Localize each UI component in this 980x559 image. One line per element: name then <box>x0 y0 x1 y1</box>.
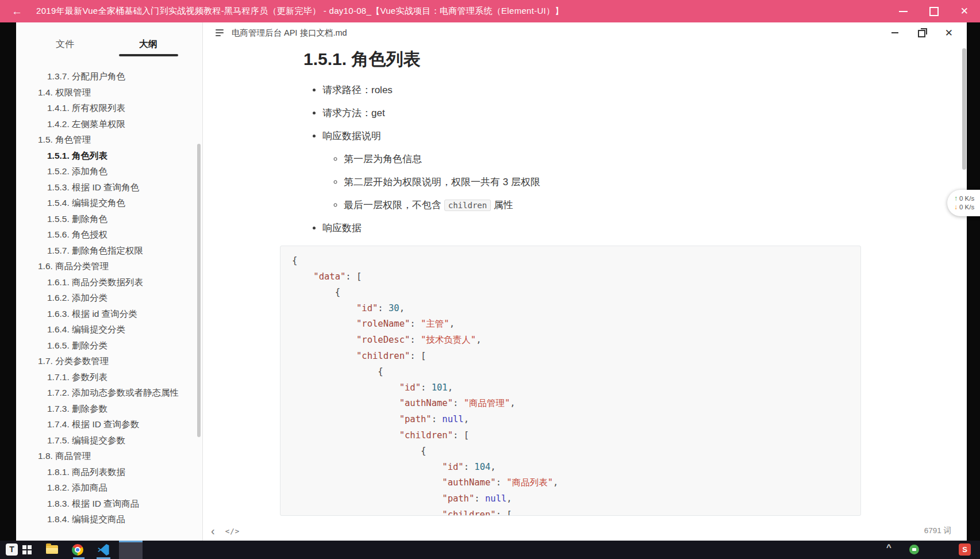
code-line: { <box>292 253 849 269</box>
code-line: { <box>292 285 849 301</box>
code-line: "id": 104, <box>292 460 849 476</box>
outline-item[interactable]: 1.8.3. 根据 ID 查询商品 <box>16 496 202 512</box>
sub-bullet-list: 第一层为角色信息 第二层开始为权限说明，权限一共有 3 层权限 最后一层权限，不… <box>322 154 967 211</box>
sidebar-tab-files[interactable]: 文件 <box>36 39 94 51</box>
content-scrollbar[interactable] <box>962 48 966 170</box>
code-line: "children": [ <box>292 507 849 516</box>
active-app-highlight <box>119 541 143 559</box>
code-line: "data": [ <box>292 269 849 285</box>
code-line: "children": [ <box>292 349 849 365</box>
download-speed: 0 K/s <box>959 203 974 212</box>
outline-item[interactable]: 1.5.7. 删除角色指定权限 <box>16 243 202 259</box>
code-line: "authName": "商品列表", <box>292 475 849 491</box>
page-title: 1.5.1. 角色列表 <box>303 49 967 70</box>
running-indicator <box>119 541 143 542</box>
code-line: { <box>292 364 849 380</box>
code-line: "id": 30, <box>292 301 849 317</box>
code-line: "path": null, <box>292 412 849 428</box>
typora-icon[interactable]: T <box>6 543 18 556</box>
vscode-icon[interactable] <box>97 543 110 558</box>
markdown-editor-window: 文件 大纲 1.3.7. 分配用户角色1.4. 权限管理1.4.1. 所有权限列… <box>16 22 967 541</box>
outline-item[interactable]: 1.5.3. 根据 ID 查询角色 <box>16 179 202 196</box>
file-explorer-icon[interactable] <box>46 545 58 554</box>
outline-item[interactable]: 1.4.2. 左侧菜单权限 <box>16 116 202 132</box>
outline-item[interactable]: 1.4.1. 所有权限列表 <box>16 100 202 116</box>
maximize-icon[interactable] <box>929 7 939 16</box>
outline-item[interactable]: 1.7.4. 根据 ID 查询参数 <box>16 416 202 432</box>
outline-list: 1.3.7. 分配用户角色1.4. 权限管理1.4.1. 所有权限列表1.4.2… <box>16 68 202 527</box>
list-item: 请求路径：roles <box>322 85 967 96</box>
list-item: 第一层为角色信息 <box>344 154 967 165</box>
outline-item[interactable]: 1.6.1. 商品分类数据列表 <box>16 274 202 290</box>
start-button[interactable] <box>22 545 32 554</box>
document-filename: 电商管理后台 API 接口文档.md <box>232 28 347 39</box>
sidebar-toggle-icon[interactable] <box>216 29 224 36</box>
video-player-titlebar: ← 2019年最新Vue全家桶基础入门到实战视频教程-黑马程序员（更新完毕） -… <box>0 0 980 22</box>
editor-footer: ‹ </> 6791 词 <box>203 521 967 541</box>
list-item: 响应数据说明 第一层为角色信息 第二层开始为权限说明，权限一共有 3 层权限 最… <box>322 131 967 211</box>
source-code-mode-icon[interactable]: </> <box>225 527 240 535</box>
desktop-background: 文件 大纲 1.3.7. 分配用户角色1.4. 权限管理1.4.1. 所有权限列… <box>0 22 980 541</box>
outline-item[interactable]: 1.4. 权限管理 <box>16 85 202 101</box>
sidebar-tab-outline[interactable]: 大纲 <box>120 39 177 51</box>
code-line: "children": [ <box>292 428 849 444</box>
sidebar: 文件 大纲 1.3.7. 分配用户角色1.4. 权限管理1.4.1. 所有权限列… <box>16 22 203 541</box>
sidebar-scrollbar[interactable] <box>197 144 201 437</box>
list-item: 第二层开始为权限说明，权限一共有 3 层权限 <box>344 177 967 188</box>
outline-item[interactable]: 1.5.5. 删除角色 <box>16 211 202 227</box>
list-item: 最后一层权限，不包含 children 属性 <box>344 200 967 211</box>
tray-expand-icon[interactable]: ^ <box>886 542 891 552</box>
code-block-pre: { "data": [ { "id": 30, "roleName": "主管"… <box>280 246 861 516</box>
outline-item[interactable]: 1.6.3. 根据 id 查询分类 <box>16 306 202 322</box>
editor-tabbar: 电商管理后台 API 接口文档.md ✕ <box>203 22 967 43</box>
document-area: 1.5.1. 角色列表 请求路径：roles 请求方法：get 响应数据说明 第… <box>203 43 967 521</box>
outline-item[interactable]: 1.5.4. 编辑提交角色 <box>16 195 202 211</box>
outline-item[interactable]: 1.8.1. 商品列表数据 <box>16 464 202 480</box>
outline-item[interactable]: 1.7. 分类参数管理 <box>16 353 202 369</box>
outline-item[interactable]: 1.6.2. 添加分类 <box>16 290 202 306</box>
bullet-list: 请求路径：roles 请求方法：get 响应数据说明 第一层为角色信息 第二层开… <box>203 85 967 234</box>
upload-speed: 0 K/s <box>959 194 974 203</box>
video-window-title: 2019年最新Vue全家桶基础入门到实战视频教程-黑马程序员（更新完毕） - d… <box>36 6 564 17</box>
taskbar: T ^ S <box>0 541 980 559</box>
outline-item[interactable]: 1.6.5. 删除分类 <box>16 338 202 354</box>
chevron-left-icon[interactable]: ‹ <box>211 525 215 537</box>
tray-app-icon[interactable]: S <box>959 543 971 556</box>
window-minimize-icon[interactable] <box>891 32 898 33</box>
window-close-icon[interactable]: ✕ <box>945 28 953 38</box>
outline-item[interactable]: 1.8.4. 编辑提交商品 <box>16 511 202 527</box>
outline-item[interactable]: 1.8.2. 添加商品 <box>16 480 202 496</box>
outline-item[interactable]: 1.6. 商品分类管理 <box>16 258 202 274</box>
list-item: 响应数据 <box>322 223 967 234</box>
chrome-icon[interactable] <box>72 544 83 556</box>
back-arrow-icon[interactable]: ← <box>11 5 22 18</box>
tray-messenger-icon[interactable] <box>909 545 919 554</box>
outline-item[interactable]: 1.7.5. 编辑提交参数 <box>16 432 202 449</box>
outline-item[interactable]: 1.5.1. 角色列表 <box>16 148 202 164</box>
code-line: "authName": "商品管理", <box>292 396 849 412</box>
active-tab-underline <box>119 54 178 56</box>
outline-item[interactable]: 1.8. 商品管理 <box>16 448 202 464</box>
network-speed-widget[interactable]: ↑0 K/s ↓0 K/s <box>947 190 980 216</box>
list-item-text: 最后一层权限，不包含 <box>344 200 444 210</box>
code-line: "path": null, <box>292 491 849 507</box>
list-item-text: 响应数据说明 <box>322 131 381 141</box>
list-item: 请求方法：get <box>322 108 967 119</box>
inline-code: children <box>444 200 491 211</box>
outline-item[interactable]: 1.3.7. 分配用户角色 <box>16 68 202 85</box>
code-line: { <box>292 443 849 460</box>
editor-content: 电商管理后台 API 接口文档.md ✕ 1.5.1. 角色列表 请求路径：ro… <box>203 22 967 541</box>
upload-arrow-icon: ↑ <box>954 194 958 203</box>
outline-item[interactable]: 1.6.4. 编辑提交分类 <box>16 321 202 338</box>
screen: ← 2019年最新Vue全家桶基础入门到实战视频教程-黑马程序员（更新完毕） -… <box>0 0 980 559</box>
outline-item[interactable]: 1.5. 角色管理 <box>16 132 202 148</box>
outline-item[interactable]: 1.5.2. 添加角色 <box>16 163 202 179</box>
close-icon[interactable]: ✕ <box>960 6 969 16</box>
outline-item[interactable]: 1.7.1. 参数列表 <box>16 369 202 385</box>
minimize-icon[interactable] <box>899 11 908 12</box>
outline-item[interactable]: 1.7.3. 删除参数 <box>16 401 202 417</box>
window-restore-icon[interactable] <box>918 30 925 37</box>
outline-item[interactable]: 1.7.2. 添加动态参数或者静态属性 <box>16 385 202 401</box>
outline-item[interactable]: 1.5.6. 角色授权 <box>16 227 202 243</box>
download-arrow-icon: ↓ <box>954 203 958 212</box>
